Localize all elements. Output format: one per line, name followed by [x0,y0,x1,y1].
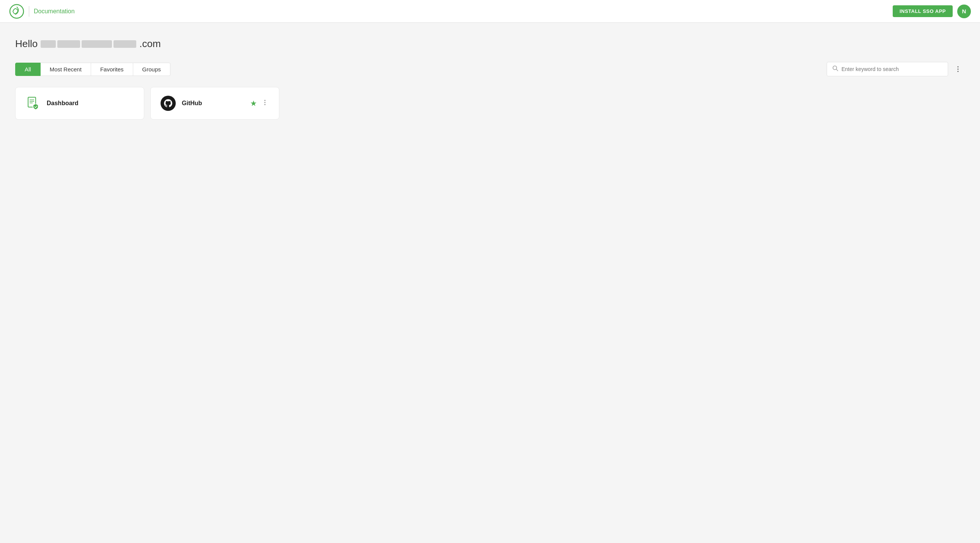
redacted-3 [82,40,112,48]
tab-most-recent[interactable]: Most Recent [41,63,91,76]
apps-grid: Dashboard GitHub ★ [15,87,965,119]
github-card-more-button[interactable] [260,98,270,108]
header: Documentation INSTALL SSO APP N [0,0,980,23]
search-area [827,62,965,76]
greeting: Hello .com [15,38,965,50]
tab-groups[interactable]: Groups [133,63,170,76]
search-icon [832,65,838,73]
dashboard-icon-wrapper [25,95,41,111]
redacted-1 [41,40,56,48]
filter-tabs: All Most Recent Favorites Groups [15,63,170,76]
svg-point-3 [958,67,959,68]
header-right: INSTALL SSO APP N [893,5,971,18]
tab-favorites[interactable]: Favorites [91,63,133,76]
github-icon [161,96,176,111]
github-logo [163,98,173,108]
greeting-hello: Hello [15,38,38,50]
install-sso-button[interactable]: INSTALL SSO APP [893,5,953,17]
app-card-github[interactable]: GitHub ★ [150,87,279,119]
favorite-star-icon[interactable]: ★ [250,99,257,108]
app-card-dashboard[interactable]: Dashboard [15,87,144,119]
svg-line-2 [837,70,838,71]
svg-point-5 [958,71,959,72]
user-avatar[interactable]: N [957,5,971,18]
more-options-button[interactable] [951,64,965,75]
header-left: Documentation [9,4,75,19]
app-logo [9,4,24,19]
ellipsis-vertical-icon [954,65,962,73]
search-box [827,62,948,76]
svg-point-13 [264,104,266,105]
header-divider [29,6,29,17]
greeting-redacted [41,40,136,48]
dashboard-icon [26,96,40,110]
svg-point-11 [264,100,266,101]
svg-point-12 [264,102,266,103]
github-icon-wrapper [160,95,177,111]
github-app-name: GitHub [182,100,245,107]
tab-all[interactable]: All [15,63,41,76]
main-content: Hello .com All Most Recent Favorites Gro… [0,23,980,119]
svg-point-0 [10,5,24,18]
filter-bar: All Most Recent Favorites Groups [15,62,965,76]
github-card-actions: ★ [250,98,270,108]
dashboard-app-name: Dashboard [47,100,135,107]
redacted-2 [57,40,80,48]
greeting-domain-suffix: .com [139,38,161,50]
redacted-4 [113,40,136,48]
svg-point-4 [958,69,959,70]
search-input[interactable] [842,66,942,72]
card-ellipsis-icon [261,99,268,106]
header-title: Documentation [34,8,75,15]
